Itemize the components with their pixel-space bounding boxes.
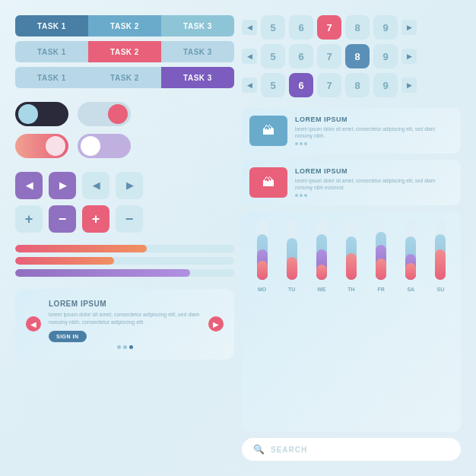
bar-label-su: SU	[435, 287, 446, 292]
pager-num-7-1[interactable]: 7	[317, 15, 341, 40]
toggle-2[interactable]	[78, 102, 131, 126]
pager-prev-3[interactable]: ◀	[242, 78, 257, 93]
bar-group-we: WE	[309, 219, 334, 280]
task2-seg3[interactable]: TASK 3	[161, 41, 234, 62]
pager-num-9-3[interactable]: 9	[373, 73, 398, 97]
progress-fill-2	[15, 257, 114, 265]
toggle-3[interactable]	[15, 134, 68, 158]
pager-prev-1[interactable]: ◀	[242, 20, 257, 35]
bar-chart: MOTUWETHFRSASU	[249, 219, 453, 295]
right-column: ◀ 5 6 7 8 9 ▶ ◀ 5 6 7 8 9 ▶ ◀ 5	[242, 15, 461, 461]
pager-num-5-3[interactable]: 5	[261, 73, 285, 97]
pager-next-3[interactable]: ▶	[401, 78, 417, 93]
slide-card: ◀ LOREM IPSUM lorem ipsum dolor sit amet…	[15, 289, 234, 360]
bar-wrap-mo: MO	[257, 219, 268, 280]
bar-label-th: TH	[346, 287, 357, 292]
pager-num-7-2[interactable]: 7	[317, 44, 341, 68]
minus-button-2[interactable]: −	[116, 205, 143, 233]
bar-group-th: TH	[338, 219, 363, 280]
toggle-2-knob	[108, 104, 128, 124]
bar-coral-fr	[376, 259, 386, 280]
prev-button-2[interactable]: ◀	[82, 172, 109, 199]
slide-dot-3	[129, 345, 133, 349]
slide-content: LOREM IPSUM lorem ipsum dolor sit amet, …	[49, 300, 201, 349]
task-bars-section: TASK 1 TASK 2 TASK 3 TASK 1 TASK 2 TASK …	[15, 15, 234, 88]
bar-wrap-sa: SA	[405, 219, 416, 280]
task2-seg2[interactable]: TASK 2	[88, 41, 161, 62]
left-column: TASK 1 TASK 2 TASK 3 TASK 1 TASK 2 TASK …	[15, 15, 234, 461]
bar-coral-su	[435, 249, 446, 280]
task-bar-row-3[interactable]: TASK 1 TASK 2 TASK 3	[15, 67, 234, 88]
controls-row-1: ◀ ▶ ◀ ▶	[15, 172, 234, 199]
bar-coral-tu	[287, 257, 297, 280]
pager-num-6-1[interactable]: 6	[289, 15, 313, 40]
ldot-2-3	[304, 194, 307, 197]
main-container: TASK 1 TASK 2 TASK 3 TASK 1 TASK 2 TASK …	[0, 0, 476, 476]
pager-num-8-3[interactable]: 8	[345, 73, 370, 97]
toggle-4-knob	[81, 136, 100, 156]
pager-num-5-1[interactable]: 5	[261, 15, 285, 40]
progress-section	[15, 245, 234, 277]
slide-dot-1	[117, 345, 121, 349]
task3-seg2[interactable]: TASK 2	[88, 67, 161, 88]
bar-label-we: WE	[316, 287, 327, 292]
slide-title: LOREM IPSUM	[49, 300, 201, 308]
pager-num-5-2[interactable]: 5	[261, 44, 285, 68]
task2-seg1[interactable]: TASK 1	[15, 41, 88, 62]
pager-next-1[interactable]: ▶	[401, 20, 417, 35]
slide-dot-2	[123, 345, 127, 349]
slide-prev-button[interactable]: ◀	[26, 316, 41, 332]
list-item-1[interactable]: 🏔 LOREM IPSUM lorem ipsum dolor sit amet…	[242, 108, 461, 154]
task-bar-row-1[interactable]: TASK 1 TASK 2 TASK 3	[15, 15, 234, 36]
task1-seg3[interactable]: TASK 3	[161, 15, 234, 36]
bar-wrap-tu: TU	[287, 219, 297, 280]
task3-seg1[interactable]: TASK 1	[15, 67, 88, 88]
task1-seg1[interactable]: TASK 1	[15, 15, 88, 36]
pager-num-8-1[interactable]: 8	[345, 15, 370, 40]
bar-coral-th	[346, 253, 357, 280]
prev-button-1[interactable]: ◀	[15, 172, 43, 199]
toggle-4[interactable]	[78, 134, 131, 158]
pager-num-9-1[interactable]: 9	[373, 15, 398, 40]
sign-in-button[interactable]: SIGN IN	[49, 331, 87, 342]
ldot-1-2	[300, 142, 303, 145]
list-item-body-2: lorem ipsum dolor sit amet, consectetur …	[295, 177, 453, 191]
task1-seg2[interactable]: TASK 2	[88, 15, 161, 36]
controls-section: ◀ ▶ ◀ ▶ + − + −	[15, 172, 234, 233]
bar-label-mo: MO	[257, 287, 268, 292]
toggle-row-1	[15, 102, 234, 126]
next-button-2[interactable]: ▶	[116, 172, 143, 199]
list-item-2[interactable]: 🏔 LOREM IPSUM lorem ipsum dolor sit amet…	[242, 160, 461, 205]
bar-group-su: SU	[428, 219, 453, 280]
list-dots-1	[295, 142, 453, 145]
slide-dots	[49, 345, 201, 349]
slide-next-button[interactable]: ▶	[208, 316, 224, 332]
pager-row-2: ◀ 5 6 7 8 9 ▶	[242, 44, 461, 68]
pager-num-6-3[interactable]: 6	[289, 73, 313, 97]
pager-num-8-2[interactable]: 8	[345, 44, 370, 68]
slide-body: lorem ipsum dolor sit amet, consectetur …	[49, 311, 201, 326]
bar-group-sa: SA	[398, 219, 424, 280]
toggle-row-2	[15, 134, 234, 158]
bar-coral-sa	[405, 263, 416, 280]
minus-button-1[interactable]: −	[49, 205, 76, 233]
pager-next-2[interactable]: ▶	[401, 49, 417, 64]
number-pager-section: ◀ 5 6 7 8 9 ▶ ◀ 5 6 7 8 9 ▶ ◀ 5	[242, 15, 461, 97]
pager-prev-2[interactable]: ◀	[242, 49, 257, 64]
search-bar[interactable]: 🔍 SEARCH	[242, 438, 461, 461]
next-button-1[interactable]: ▶	[49, 172, 76, 199]
add-button-1[interactable]: +	[15, 205, 43, 233]
search-placeholder: SEARCH	[271, 446, 307, 454]
task-bar-row-2[interactable]: TASK 1 TASK 2 TASK 3	[15, 41, 234, 62]
add-button-2[interactable]: +	[82, 205, 109, 233]
pager-num-6-2[interactable]: 6	[289, 44, 313, 68]
toggle-1[interactable]	[15, 102, 68, 126]
bar-coral-we	[316, 265, 327, 280]
task3-seg3[interactable]: TASK 3	[161, 67, 234, 88]
pager-num-7-3[interactable]: 7	[317, 73, 341, 97]
progress-bar-2	[15, 257, 234, 265]
pager-num-9-2[interactable]: 9	[373, 44, 398, 68]
image-icon-1: 🏔	[262, 124, 274, 138]
bar-wrap-su: SU	[435, 219, 446, 280]
list-text-1: LOREM IPSUM lorem ipsum dolor sit amet, …	[295, 116, 453, 145]
